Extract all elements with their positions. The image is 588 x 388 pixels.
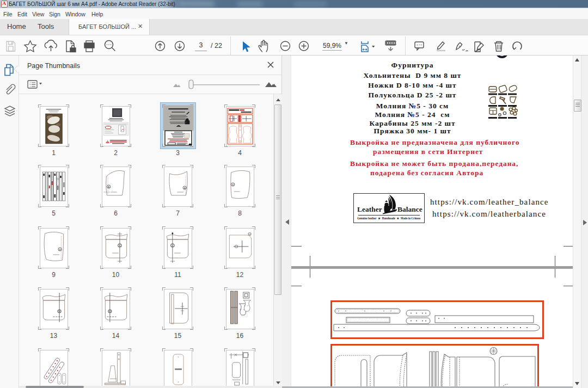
svg-text:B: B (232, 183, 234, 186)
svg-text:12: 12 (248, 233, 250, 236)
svg-text:C: C (119, 244, 120, 247)
svg-text:B: B (59, 248, 61, 251)
svg-text:A: A (108, 186, 109, 188)
svg-text:A: A (184, 187, 186, 189)
svg-text:C: C (171, 244, 173, 247)
